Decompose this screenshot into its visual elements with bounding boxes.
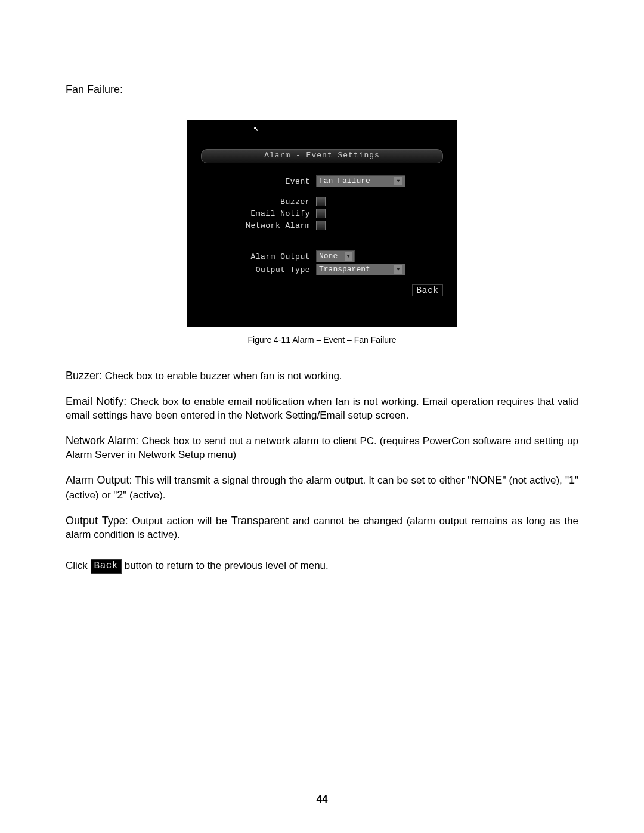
event-label: Event bbox=[188, 177, 316, 186]
alarm-text-a: This will transmit a signal through the … bbox=[132, 475, 471, 486]
network-alarm-checkbox[interactable] bbox=[316, 221, 326, 230]
cursor-icon: ↖ bbox=[253, 123, 258, 133]
alarm-one: 1 bbox=[569, 474, 575, 486]
click-a: Click bbox=[66, 561, 91, 572]
section-title: Fan Failure: bbox=[66, 83, 578, 96]
output-text-a: Output action will be bbox=[128, 515, 231, 527]
email-term: Email Notify: bbox=[66, 395, 126, 407]
buzzer-label: Buzzer bbox=[188, 197, 316, 206]
chevron-down-icon: ▼ bbox=[345, 252, 352, 261]
output-type-label: Output Type bbox=[188, 265, 316, 274]
buzzer-term: Buzzer: bbox=[66, 370, 102, 382]
alarm-output-dropdown[interactable]: None ▼ bbox=[316, 250, 355, 262]
buzzer-text: Check box to enable buzzer when fan is n… bbox=[102, 370, 342, 382]
alarm-two: 2 bbox=[117, 489, 123, 501]
email-notify-checkbox[interactable] bbox=[316, 209, 326, 218]
event-value: Fan Failure bbox=[319, 176, 370, 186]
back-button[interactable]: Back bbox=[412, 284, 443, 296]
screenshot-panel: ↖ Alarm - Event Settings Event Fan Failu… bbox=[187, 120, 457, 327]
chevron-down-icon: ▼ bbox=[394, 177, 402, 185]
output-transparent: Transparent bbox=[231, 515, 289, 527]
network-text: Check box to send out a network alarm to… bbox=[66, 435, 578, 460]
network-alarm-label: Network Alarm bbox=[188, 221, 316, 230]
chevron-down-icon: ▼ bbox=[394, 265, 402, 274]
buzzer-checkbox[interactable] bbox=[316, 197, 326, 206]
page-number: 44 bbox=[0, 792, 644, 806]
alarm-output-value: None bbox=[319, 252, 338, 261]
network-term: Network Alarm: bbox=[66, 435, 138, 447]
output-type-paragraph: Output Type: Output action will be Trans… bbox=[66, 513, 578, 542]
email-notify-label: Email Notify bbox=[188, 209, 316, 218]
alarm-text-d: " (active). bbox=[123, 490, 165, 501]
alarm-term: Alarm Output: bbox=[66, 474, 132, 486]
click-b: button to return to the previous level o… bbox=[122, 561, 329, 572]
email-text: Check box to enable email notification w… bbox=[66, 396, 578, 421]
page-number-value: 44 bbox=[317, 794, 328, 805]
network-paragraph: Network Alarm: Check box to send out a n… bbox=[66, 433, 578, 462]
buzzer-paragraph: Buzzer: Check box to enable buzzer when … bbox=[66, 368, 578, 383]
click-back-paragraph: Click Back button to return to the previ… bbox=[66, 559, 578, 574]
email-paragraph: Email Notify: Check box to enable email … bbox=[66, 394, 578, 423]
alarm-none: NONE bbox=[471, 474, 502, 486]
alarm-output-paragraph: Alarm Output: This will transmit a signa… bbox=[66, 473, 578, 503]
figure-caption: Figure 4-11 Alarm – Event – Fan Failure bbox=[66, 335, 578, 345]
page-number-divider bbox=[315, 792, 329, 792]
inline-back-button: Back bbox=[91, 559, 122, 574]
dialog-title: Alarm - Event Settings bbox=[201, 149, 443, 163]
output-type-dropdown[interactable]: Transparent ▼ bbox=[316, 264, 405, 275]
event-dropdown[interactable]: Fan Failure ▼ bbox=[316, 175, 405, 187]
output-term: Output Type: bbox=[66, 515, 128, 527]
alarm-text-b: " (not active), " bbox=[502, 475, 569, 486]
alarm-output-label: Alarm Output bbox=[188, 252, 316, 261]
output-type-value: Transparent bbox=[319, 265, 370, 274]
